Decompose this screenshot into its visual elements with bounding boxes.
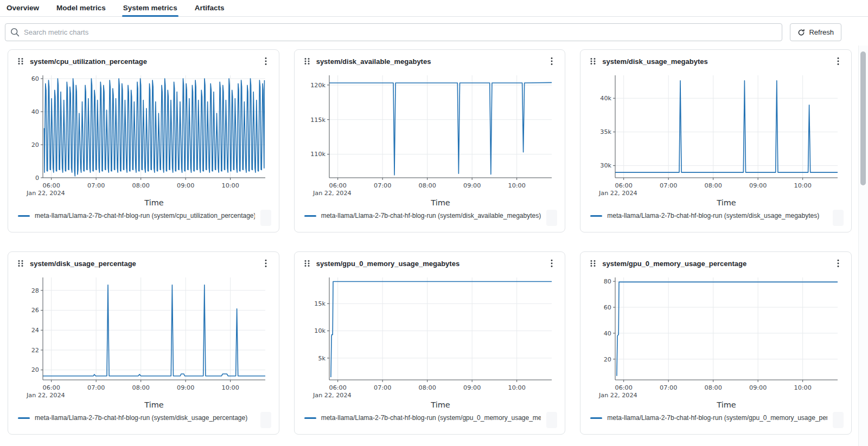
svg-text:35k: 35k: [601, 128, 612, 135]
legend-line-swatch: [18, 215, 30, 217]
svg-text:06:00: 06:00: [615, 182, 633, 189]
card-header: system/cpu_utilization_percentage: [17, 50, 270, 73]
svg-text:09:00: 09:00: [749, 182, 767, 189]
drag-handle-icon[interactable]: [303, 260, 311, 267]
resize-handle[interactable]: [546, 210, 557, 226]
svg-text:26: 26: [31, 307, 39, 314]
svg-text:09:00: 09:00: [177, 182, 194, 189]
search-box: [5, 23, 782, 41]
refresh-button[interactable]: Refresh: [790, 23, 841, 41]
kebab-menu-button[interactable]: [261, 56, 270, 66]
svg-text:Jan 22, 2024: Jan 22, 2024: [26, 392, 65, 399]
svg-text:22: 22: [31, 347, 39, 354]
svg-text:09:00: 09:00: [463, 384, 481, 391]
svg-text:07:00: 07:00: [660, 384, 677, 391]
legend-row: meta-llama/Llama-2-7b-chat-hf-blog-run (…: [17, 412, 270, 430]
drag-handle-icon[interactable]: [17, 57, 24, 65]
legend-row: meta-llama/Llama-2-7b-chat-hf-blog-run (…: [589, 210, 843, 228]
metric-chart-card: system/disk_usage_megabytes 30k35k40k06:…: [580, 49, 852, 232]
legend-item[interactable]: meta-llama/Llama-2-7b-chat-hf-blog-run (…: [590, 414, 827, 422]
drag-handle-icon[interactable]: [17, 260, 24, 267]
refresh-label: Refresh: [809, 28, 834, 36]
svg-text:Jan 22, 2024: Jan 22, 2024: [598, 190, 637, 197]
svg-text:Time: Time: [717, 400, 737, 409]
svg-text:28: 28: [31, 287, 39, 294]
line-chart[interactable]: 2040608006:0007:0008:0009:0010:00Jan 22,…: [589, 275, 841, 410]
svg-text:20: 20: [31, 141, 39, 148]
legend-line-swatch: [18, 417, 30, 419]
legend-row: meta-llama/Llama-2-7b-chat-hf-blog-run (…: [17, 210, 270, 228]
legend-label: meta-llama/Llama-2-7b-chat-hf-blog-run (…: [321, 212, 541, 219]
metric-chart-card: system/disk_usage_percentage 20222426280…: [8, 251, 279, 435]
resize-handle[interactable]: [833, 412, 844, 428]
svg-text:115k: 115k: [310, 117, 326, 124]
svg-text:10:00: 10:00: [794, 384, 812, 391]
legend-item[interactable]: meta-llama/Llama-2-7b-chat-hf-blog-run (…: [304, 212, 541, 219]
svg-text:08:00: 08:00: [705, 182, 722, 189]
svg-text:Jan 22, 2024: Jan 22, 2024: [598, 392, 637, 399]
drag-handle-icon[interactable]: [303, 57, 311, 65]
card-header: system/disk_usage_megabytes: [589, 50, 843, 73]
metric-chart-card: system/gpu_0_memory_usage_percentage 204…: [580, 251, 852, 435]
card-header: system/gpu_0_memory_usage_megabytes: [303, 252, 557, 275]
legend-row: meta-llama/Llama-2-7b-chat-hf-blog-run (…: [589, 412, 843, 430]
chart-title: system/gpu_0_memory_usage_megabytes: [316, 260, 542, 268]
svg-text:10:00: 10:00: [222, 384, 239, 391]
resize-handle[interactable]: [260, 210, 271, 226]
svg-text:08:00: 08:00: [418, 182, 436, 189]
svg-text:0: 0: [35, 174, 39, 182]
tab-artifacts[interactable]: Artifacts: [194, 1, 226, 16]
svg-text:Jan 22, 2024: Jan 22, 2024: [26, 190, 65, 197]
resize-handle[interactable]: [546, 412, 557, 428]
svg-text:5k: 5k: [318, 355, 326, 362]
resize-handle[interactable]: [833, 210, 844, 226]
line-chart[interactable]: 202224262806:0007:0008:0009:0010:00Jan 2…: [17, 275, 269, 410]
kebab-menu-button[interactable]: [261, 258, 270, 268]
line-chart[interactable]: 30k35k40k06:0007:0008:0009:0010:00Jan 22…: [589, 73, 841, 208]
svg-text:40k: 40k: [601, 95, 612, 102]
kebab-menu-button[interactable]: [547, 258, 556, 268]
tab-bar: Overview Model metrics System metrics Ar…: [0, 0, 868, 17]
line-chart[interactable]: 110k115k120k06:0007:0008:0009:0010:00Jan…: [303, 73, 555, 208]
svg-text:Time: Time: [717, 198, 737, 207]
resize-handle[interactable]: [260, 412, 271, 428]
legend-row: meta-llama/Llama-2-7b-chat-hf-blog-run (…: [303, 412, 557, 430]
legend-item[interactable]: meta-llama/Llama-2-7b-chat-hf-blog-run (…: [18, 414, 247, 422]
tab-system-metrics[interactable]: System metrics: [122, 1, 178, 16]
line-chart[interactable]: 5k10k15k06:0007:0008:0009:0010:00Jan 22,…: [303, 275, 555, 410]
svg-text:06:00: 06:00: [329, 384, 346, 391]
legend-item[interactable]: meta-llama/Llama-2-7b-chat-hf-blog-run (…: [18, 212, 255, 219]
tab-model-metrics[interactable]: Model metrics: [55, 1, 107, 16]
drag-handle-icon[interactable]: [589, 57, 597, 65]
svg-text:60: 60: [604, 304, 611, 311]
svg-text:09:00: 09:00: [177, 384, 194, 391]
card-header: system/gpu_0_memory_usage_percentage: [589, 252, 843, 275]
legend-item[interactable]: meta-llama/Llama-2-7b-chat-hf-blog-run (…: [304, 414, 541, 422]
svg-text:Time: Time: [144, 198, 164, 207]
svg-text:110k: 110k: [310, 151, 326, 158]
svg-text:09:00: 09:00: [749, 384, 767, 391]
card-header: system/disk_available_megabytes: [303, 50, 557, 73]
drag-handle-icon[interactable]: [589, 260, 597, 267]
chart-title: system/cpu_utilization_percentage: [30, 57, 256, 66]
svg-text:60: 60: [31, 75, 39, 82]
page-scrollbar-track[interactable]: [858, 46, 868, 446]
svg-text:07:00: 07:00: [87, 384, 105, 391]
page-scrollbar-thumb[interactable]: [860, 51, 866, 185]
legend-label: meta-llama/Llama-2-7b-chat-hf-blog-run (…: [607, 212, 819, 219]
svg-text:Time: Time: [430, 400, 450, 409]
kebab-menu-button[interactable]: [834, 56, 843, 66]
kebab-menu-button[interactable]: [547, 56, 556, 66]
svg-text:10:00: 10:00: [508, 384, 525, 391]
svg-text:80: 80: [604, 278, 611, 285]
tab-overview[interactable]: Overview: [5, 1, 40, 16]
svg-text:07:00: 07:00: [660, 182, 677, 189]
kebab-menu-button[interactable]: [834, 258, 843, 268]
svg-text:24: 24: [31, 327, 39, 334]
svg-text:06:00: 06:00: [329, 182, 346, 189]
legend-item[interactable]: meta-llama/Llama-2-7b-chat-hf-blog-run (…: [590, 212, 819, 219]
search-input[interactable]: [5, 23, 782, 41]
line-chart[interactable]: 020406006:0007:0008:0009:0010:00Jan 22, …: [17, 73, 269, 208]
svg-text:09:00: 09:00: [463, 182, 481, 189]
search-icon: [10, 28, 20, 37]
